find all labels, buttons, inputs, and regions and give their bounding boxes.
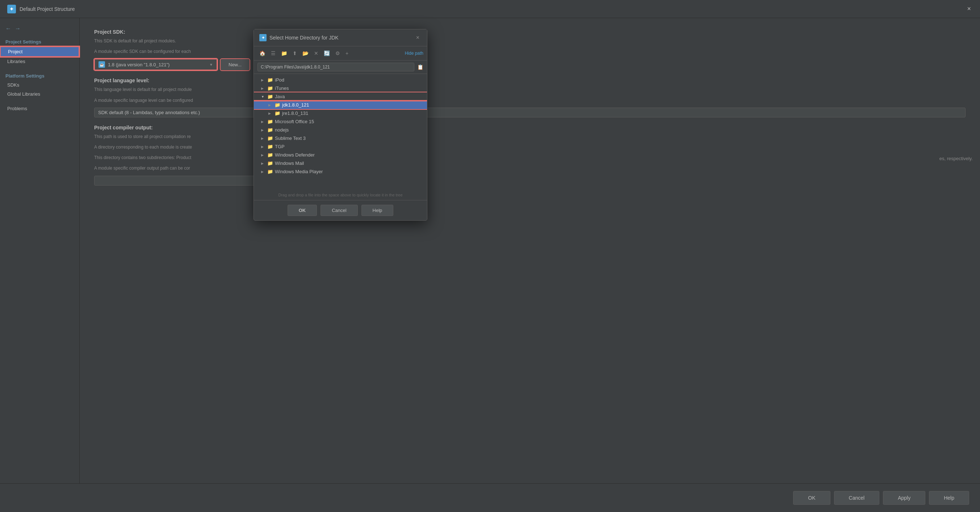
tree-item-jre[interactable]: ▶ 📁 jre1.8.0_131 (254, 109, 427, 117)
refresh-toolbar-btn[interactable]: 🔄 (322, 49, 332, 57)
dialog-help-button[interactable]: Help (361, 205, 394, 216)
cancel-button[interactable]: Cancel (834, 491, 880, 505)
hide-path-link[interactable]: Hide path (405, 51, 423, 56)
content-area: ← → Project Settings Project Libraries P… (0, 18, 980, 483)
tree-item-windows-media[interactable]: ▶ 📁 Windows Media Player (254, 167, 427, 176)
dialog-title-bar: ✦ Select Home Directory for JDK × (254, 29, 427, 46)
folder-icon-java: 📁 (267, 94, 273, 99)
path-display[interactable]: C:\Program Files\Java\jdk1.8.0_121 (258, 63, 414, 72)
tree-arrow-jdk: ▶ (268, 103, 273, 107)
main-window: ✦ Default Project Structure × ← → Projec… (0, 0, 980, 512)
dialog-ok-button[interactable]: OK (288, 205, 317, 216)
dialog-cancel-button[interactable]: Cancel (320, 205, 358, 216)
sidebar-item-sdks[interactable]: SDKs (0, 80, 79, 89)
sidebar-item-project[interactable]: Project (0, 46, 79, 57)
project-language-desc2: A module specific language level can be … (94, 97, 966, 104)
folder-icon-sublime: 📁 (267, 136, 273, 141)
project-compiler-title: Project compiler output: (94, 124, 966, 131)
tree-item-windows-defender[interactable]: ▶ 📁 Windows Defender (254, 151, 427, 159)
project-sdk-title: Project SDK: (94, 29, 966, 35)
tree-item-sublime[interactable]: ▶ 📁 Sublime Text 3 (254, 134, 427, 142)
tree-item-jdk[interactable]: ▶ 📁 jdk1.8.0_121 (254, 101, 427, 109)
compiler-desc1: This path is used to store all project c… (94, 133, 966, 140)
folder-icon-nodejs: 📁 (267, 127, 273, 132)
tree-arrow-windows-mail: ▶ (261, 162, 266, 165)
folder-up-toolbar-btn[interactable]: ⬆ (291, 49, 299, 57)
list-toolbar-btn[interactable]: ☰ (269, 49, 277, 57)
title-bar: ✦ Default Project Structure × (0, 0, 980, 18)
project-language-title: Project language level: (94, 78, 966, 83)
dialog-close-button[interactable]: × (414, 34, 422, 41)
compiler-desc3: This directory contains two subdirectori… (94, 154, 966, 161)
tree-item-microsoft[interactable]: ▶ 📁 Microsoft Office 15 (254, 117, 427, 126)
forward-button[interactable]: → (15, 26, 21, 32)
sidebar-item-global-libraries[interactable]: Global Libraries (0, 89, 79, 99)
tree-arrow-itunes: ▶ (261, 86, 266, 90)
sdk-dropdown-arrow: ▼ (209, 63, 213, 67)
window-title: Default Project Structure (19, 6, 75, 12)
home-toolbar-btn[interactable]: 🏠 (258, 49, 267, 57)
tree-label-jre: jre1.8.0_131 (282, 110, 308, 116)
folder-icon-windows-media: 📁 (267, 169, 273, 174)
folder-icon-windows-defender: 📁 (267, 152, 273, 158)
project-sdk-desc1: This SDK is default for all project modu… (94, 38, 966, 45)
output-path-row: ··· (94, 176, 966, 185)
sidebar-section-platform-settings: Platform Settings (0, 72, 79, 80)
dialog-icon: ✦ (259, 34, 267, 41)
compiler-desc2: A directory corresponding to each module… (94, 144, 966, 151)
new-sdk-button[interactable]: New... (221, 59, 249, 70)
sidebar-item-libraries[interactable]: Libraries (0, 57, 79, 66)
select-jdk-dialog: ✦ Select Home Directory for JDK × 🏠 ☰ 📁 … (253, 29, 427, 221)
tree-item-tgp[interactable]: ▶ 📁 TGP (254, 142, 427, 151)
title-bar-left: ✦ Default Project Structure (7, 5, 75, 13)
tree-item-ipod[interactable]: ▶ 📁 iPod (254, 76, 427, 84)
window-close-button[interactable]: × (965, 5, 973, 13)
sidebar: ← → Project Settings Project Libraries P… (0, 18, 80, 483)
tree-arrow-nodejs: ▶ (261, 128, 266, 132)
language-dropdown[interactable]: SDK default (8 - Lambdas, type annotatio… (94, 108, 966, 117)
sdk-dropdown[interactable]: ☕ 1.8 (java version "1.8.0_121") ▼ (94, 59, 217, 70)
tree-label-windows-defender: Windows Defender (275, 152, 315, 158)
dialog-footer: OK Cancel Help (254, 200, 427, 220)
folder-icon-jre: 📁 (275, 110, 280, 116)
settings-toolbar-btn[interactable]: ⚙ (334, 49, 342, 57)
dialog-path-bar: C:\Program Files\Java\jdk1.8.0_121 📋 (254, 61, 427, 74)
project-sdk-desc2: A module specific SDK can be configured … (94, 48, 966, 55)
tree-label-microsoft: Microsoft Office 15 (275, 119, 314, 124)
path-copy-btn[interactable]: 📋 (417, 64, 423, 70)
output-path-input[interactable] (94, 176, 275, 185)
tree-item-itunes[interactable]: ▶ 📁 iTunes (254, 84, 427, 93)
back-button[interactable]: ← (5, 26, 11, 32)
folder-icon-tgp: 📁 (267, 144, 273, 149)
tree-label-java: Java (275, 94, 285, 99)
delete-toolbar-btn[interactable]: ✕ (312, 49, 320, 57)
folder-toolbar-btn[interactable]: 📁 (279, 49, 289, 57)
tree-arrow-ipod: ▶ (261, 78, 266, 82)
tree-arrow-tgp: ▶ (261, 145, 266, 148)
folder-icon-itunes: 📁 (267, 86, 273, 91)
main-content: Project SDK: This SDK is default for all… (80, 18, 980, 483)
tree-arrow-microsoft: ▶ (261, 120, 266, 124)
bottom-bar: OK Cancel Apply Help (0, 483, 980, 512)
app-icon: ✦ (7, 5, 16, 13)
dialog-tree: ▶ 📁 iPod ▶ 📁 iTunes ▼ 📁 Java ▶ 📁 jdk1.8.… (254, 74, 427, 190)
tree-item-windows-mail[interactable]: ▶ 📁 Windows Mail (254, 159, 427, 167)
apply-button[interactable]: Apply (883, 491, 925, 505)
sidebar-item-problems[interactable]: Problems (0, 104, 79, 113)
folder-icon-microsoft: 📁 (267, 119, 273, 124)
tree-label-ipod: iPod (275, 77, 284, 83)
tree-label-nodejs: nodejs (275, 127, 289, 132)
tree-item-nodejs[interactable]: ▶ 📁 nodejs (254, 126, 427, 134)
ok-button[interactable]: OK (793, 491, 830, 505)
sdk-value: 1.8 (java version "1.8.0_121") (108, 62, 170, 67)
tree-label-windows-media: Windows Media Player (275, 169, 323, 174)
add-toolbar-btn[interactable]: + (344, 49, 350, 57)
tree-arrow-windows-defender: ▶ (261, 153, 266, 157)
help-button[interactable]: Help (929, 491, 969, 505)
folder-icon-jdk: 📁 (275, 102, 280, 108)
tree-item-java[interactable]: ▼ 📁 Java (254, 93, 427, 101)
sidebar-section-project-settings: Project Settings (0, 37, 79, 46)
new-folder-toolbar-btn[interactable]: 📂 (301, 49, 310, 57)
tree-label-sublime: Sublime Text 3 (275, 136, 305, 141)
tree-arrow-jre: ▶ (268, 112, 273, 115)
